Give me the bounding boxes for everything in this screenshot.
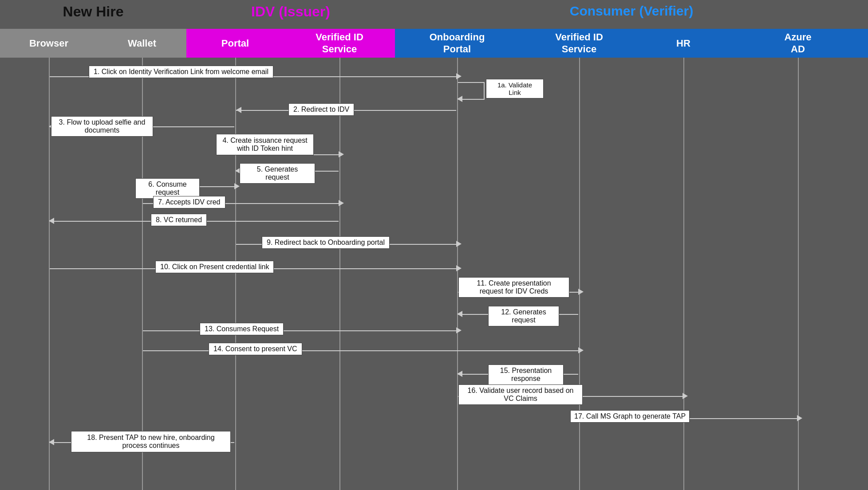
arrowhead-16 xyxy=(683,393,688,399)
group-title-consumer: Consumer (Verifier) xyxy=(395,4,868,19)
arrow-line-1a-h1 xyxy=(458,82,485,83)
arrow-line-13 xyxy=(143,330,456,331)
label-13: 13. Consumes Request xyxy=(200,323,284,335)
label-1a: 1a. ValidateLink xyxy=(486,79,544,98)
label-14: 14. Consent to present VC xyxy=(209,343,302,355)
lifeline-verified-id-consumer xyxy=(579,58,580,490)
subheader-onboarding-portal: OnboardingPortal xyxy=(395,29,519,58)
lifeline-verified-id-issuer xyxy=(339,58,340,490)
subheader-verified-id-issuer: Verified IDService xyxy=(284,29,395,58)
subheader-verified-id-consumer: Verified IDService xyxy=(519,29,639,58)
label-4: 4. Create issuance request with ID Token… xyxy=(216,134,314,155)
label-12: 12. Generatesrequest xyxy=(488,306,559,326)
lifeline-azure-ad xyxy=(798,58,799,490)
label-16: 16. Validate user record based onVC Clai… xyxy=(458,384,583,405)
arrowhead-10 xyxy=(456,265,462,271)
label-18: 18. Present TAP to new hire, onboarding … xyxy=(71,431,231,452)
arrowhead-4 xyxy=(339,151,344,157)
label-3: 3. Flow to upload selfie anddocuments xyxy=(51,116,153,137)
subheader-browser: Browser xyxy=(0,29,98,58)
lifeline-hr xyxy=(683,58,684,490)
arrowhead-1a xyxy=(457,96,462,102)
arrowhead-13 xyxy=(456,327,462,333)
group-title-new-hire: New Hire xyxy=(0,4,186,20)
arrowhead-15 xyxy=(457,371,462,377)
arrowhead-11 xyxy=(578,289,584,295)
arrowhead-1 xyxy=(456,73,462,79)
subheader-hr: HR xyxy=(639,29,728,58)
subheader-wallet: Wallet xyxy=(98,29,186,58)
group-title-idv: IDV (Issuer) xyxy=(186,4,395,20)
arrow-line-17 xyxy=(684,418,797,419)
subheader-azure-ad: AzureAD xyxy=(728,29,868,58)
label-15: 15. Presentationresponse xyxy=(488,365,564,385)
label-11: 11. Create presentationrequest for IDV C… xyxy=(458,277,569,298)
arrowhead-6 xyxy=(234,183,240,189)
arrowhead-18 xyxy=(49,439,54,445)
label-2: 2. Redirect to IDV xyxy=(288,103,354,116)
label-5: 5. Generatesrequest xyxy=(240,163,315,184)
subheader-portal: Portal xyxy=(186,29,284,58)
label-17: 17. Call MS Graph to generate TAP xyxy=(570,410,690,423)
arrowhead-12 xyxy=(457,311,462,317)
lifeline-onboarding-portal xyxy=(457,58,458,490)
lifeline-browser xyxy=(49,58,50,490)
label-1: 1. Click on Identity Verification Link f… xyxy=(89,66,273,78)
arrowhead-9 xyxy=(456,241,462,247)
arrowhead-17 xyxy=(797,415,802,421)
lifeline-portal xyxy=(235,58,236,490)
arrowhead-14 xyxy=(578,347,584,353)
arrowhead-8 xyxy=(49,218,54,224)
label-8: 8. VC returned xyxy=(151,214,207,226)
label-10: 10. Click on Present credential link xyxy=(155,261,274,273)
label-9: 9. Redirect back to Onboarding portal xyxy=(262,236,390,249)
label-7: 7. Accepts IDV cred xyxy=(153,196,225,208)
arrow-line-1a-v xyxy=(484,82,485,100)
arrowhead-2 xyxy=(236,107,241,113)
arrowhead-7 xyxy=(339,200,344,206)
diagram-container: New Hire IDV (Issuer) Consumer (Verifier… xyxy=(0,0,868,490)
